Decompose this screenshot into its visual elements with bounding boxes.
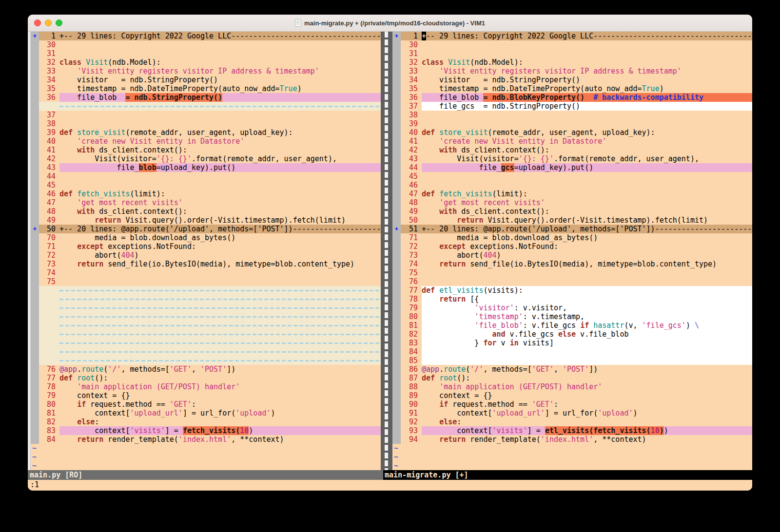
line-content: [59, 347, 381, 356]
code-line[interactable]: 39def store_visit(remote_addr, user_agen…: [31, 128, 381, 137]
code-line[interactable]: 91 context['upload_url'] = url_for('uplo…: [392, 409, 752, 418]
code-line[interactable]: 82 else:: [31, 418, 381, 426]
code-line[interactable]: 71 except exceptions.NotFound:: [31, 242, 381, 251]
close-icon[interactable]: [34, 19, 41, 26]
code-line[interactable]: 37: [31, 111, 381, 119]
code-line[interactable]: 84: [392, 347, 752, 356]
code-line[interactable]: 74: [31, 268, 381, 277]
code-line[interactable]: 48 with ds_client.context():: [31, 207, 381, 216]
code-line[interactable]: 79 'visitor': v.visitor,: [392, 304, 752, 312]
code-line[interactable]: 31: [31, 49, 381, 58]
code-line[interactable]: 44: [31, 172, 381, 181]
fold-column[interactable]: +: [392, 225, 401, 233]
code-line[interactable]: 35 timestamp = ndb.DateTimeProperty(auto…: [31, 84, 381, 93]
code-line[interactable]: 72 abort(404): [31, 251, 381, 260]
code-line[interactable]: 30: [31, 40, 381, 49]
line-content: file_blob = ndb.BlobKeyProperty() # back…: [422, 93, 752, 102]
code-line[interactable]: 83 context['visits'] = fetch_visits(10): [31, 426, 381, 435]
code-line[interactable]: 44 file_gcs=upload_key).put(): [392, 163, 752, 172]
code-line[interactable]: 73 return send_file(io.BytesIO(media), m…: [31, 260, 381, 268]
code-line[interactable]: 94 return render_template('index.html', …: [392, 435, 752, 444]
code-line[interactable]: 48 'get most recent visits': [392, 198, 752, 207]
window-titlebar[interactable]: main-migrate.py + (/private/tmp/mod16-cl…: [28, 15, 752, 32]
code-line[interactable]: 31: [392, 49, 752, 58]
code-line[interactable]: 33 'Visit entity registers visitor IP ad…: [392, 67, 752, 76]
code-line[interactable]: 36 file_blob = ndb.BlobKeyProperty() # b…: [392, 93, 752, 102]
code-line[interactable]: 41 'create new Visit entity in Datastore…: [392, 137, 752, 146]
fold-column[interactable]: +: [31, 32, 39, 40]
code-line[interactable]: 32class Visit(ndb.Model):: [31, 58, 381, 67]
code-line[interactable]: 42 Visit(visitor='{}: {}'.format(remote_…: [31, 154, 381, 163]
line-content: [59, 330, 381, 339]
code-line[interactable]: 83 } for v in visits]: [392, 339, 752, 347]
code-line[interactable]: 38: [31, 119, 381, 128]
command-line[interactable]: :1: [28, 480, 752, 491]
code-line[interactable]: 80 'timestamp': v.timestamp,: [392, 312, 752, 321]
code-line[interactable]: 47 'get most recent visits': [31, 198, 381, 207]
code-line[interactable]: 36 file_blob = ndb.StringProperty(): [31, 93, 381, 102]
code-line[interactable]: 92 else:: [392, 418, 752, 426]
code-line[interactable]: 77def etl_visits(visits):: [392, 286, 752, 295]
code-line[interactable]: 43 file_blob=upload_key).put(): [31, 163, 381, 172]
code-line[interactable]: 90 if request.method == 'GET':: [392, 400, 752, 409]
code-line[interactable]: 46def fetch_visits(limit):: [31, 190, 381, 198]
code-line[interactable]: 76@app.route('/', methods=['GET', 'POST'…: [31, 365, 381, 374]
split-separator[interactable]: [381, 32, 392, 470]
code-line[interactable]: 84 return render_template('index.html', …: [31, 435, 381, 444]
code-line[interactable]: 72 except exceptions.NotFound:: [392, 242, 752, 251]
code-line[interactable]: 77def root():: [31, 374, 381, 382]
code-line[interactable]: 42 with ds_client.context():: [392, 146, 752, 154]
code-line[interactable]: 32class Visit(ndb.Model):: [392, 58, 752, 67]
code-line[interactable]: 47def fetch_visits(limit):: [392, 190, 752, 198]
zoom-icon[interactable]: [56, 19, 62, 26]
code-line[interactable]: 49 with ds_client.context():: [392, 207, 752, 216]
code-line[interactable]: 89 context = {}: [392, 391, 752, 400]
code-line[interactable]: 76: [392, 277, 752, 286]
minimize-icon[interactable]: [45, 19, 52, 26]
code-line[interactable]: 79 context = {}: [31, 391, 381, 400]
code-line[interactable]: 33 'Visit entity registers visitor IP ad…: [31, 67, 381, 76]
fold-line[interactable]: +1+-- 29 lines: Copyright 2022 Google LL…: [31, 32, 381, 40]
left-code-pane[interactable]: +1+-- 29 lines: Copyright 2022 Google LL…: [31, 32, 381, 470]
code-line[interactable]: 88 'main application (GET/POST) handler': [392, 382, 752, 391]
code-line[interactable]: 75: [31, 277, 381, 286]
code-line[interactable]: 74 return send_file(io.BytesIO(media), m…: [392, 260, 752, 268]
code-line[interactable]: 34 visitor = ndb.StringProperty(): [392, 76, 752, 84]
code-line[interactable]: 49 return Visit.query().order(-Visit.tim…: [31, 216, 381, 225]
code-line[interactable]: 78 return [{: [392, 295, 752, 304]
fold-line[interactable]: +50+-- 20 lines: @app.route('/upload', m…: [31, 225, 381, 233]
right-code-pane[interactable]: +1+-- 29 lines: Copyright 2022 Google LL…: [392, 32, 752, 470]
code-line[interactable]: 46: [392, 181, 752, 190]
code-line[interactable]: 81 'file_blob': v.file_gcs if hasattr(v,…: [392, 321, 752, 330]
code-line[interactable]: 41 with ds_client.context():: [31, 146, 381, 154]
code-line[interactable]: 87def root():: [392, 374, 752, 382]
code-line[interactable]: 85: [392, 356, 752, 365]
code-line[interactable]: 35 timestamp = ndb.DateTimeProperty(auto…: [392, 84, 752, 93]
code-line[interactable]: 45: [392, 172, 752, 181]
code-line[interactable]: 86@app.route('/', methods=['GET', 'POST'…: [392, 365, 752, 374]
code-line[interactable]: 71 media = blob.download_as_bytes(): [392, 233, 752, 242]
code-line[interactable]: 70 media = blob.download_as_bytes(): [31, 233, 381, 242]
code-line[interactable]: 50 return Visit.query().order(-Visit.tim…: [392, 216, 752, 225]
code-line[interactable]: 39: [392, 119, 752, 128]
code-line[interactable]: 34 visitor = ndb.StringProperty(): [31, 76, 381, 84]
code-line[interactable]: 80 if request.method == 'GET':: [31, 400, 381, 409]
code-line[interactable]: 45: [31, 181, 381, 190]
line-number: 84: [401, 347, 422, 356]
code-line[interactable]: 78 'main application (GET/POST) handler': [31, 382, 381, 391]
code-line[interactable]: 38: [392, 111, 752, 119]
code-line[interactable]: 40def store_visit(remote_addr, user_agen…: [392, 128, 752, 137]
code-line[interactable]: 73 abort(404): [392, 251, 752, 260]
code-line[interactable]: 93 context['visits'] = etl_visits(fetch_…: [392, 426, 752, 435]
code-line[interactable]: 37 file_gcs = ndb.StringProperty(): [392, 102, 752, 111]
fold-line[interactable]: +1+-- 29 lines: Copyright 2022 Google LL…: [392, 32, 752, 40]
fold-column[interactable]: +: [31, 225, 39, 233]
fold-column[interactable]: +: [392, 32, 401, 40]
code-line[interactable]: 82 and v.file_gcs else v.file_blob: [392, 330, 752, 339]
code-line[interactable]: 81 context['upload_url'] = url_for('uplo…: [31, 409, 381, 418]
fold-line[interactable]: +51+-- 20 lines: @app.route('/upload', m…: [392, 225, 752, 233]
code-line[interactable]: 75: [392, 268, 752, 277]
code-line[interactable]: 40 'create new Visit entity in Datastore…: [31, 137, 381, 146]
code-line[interactable]: 30: [392, 40, 752, 49]
code-line[interactable]: 43 Visit(visitor='{}: {}'.format(remote_…: [392, 154, 752, 163]
